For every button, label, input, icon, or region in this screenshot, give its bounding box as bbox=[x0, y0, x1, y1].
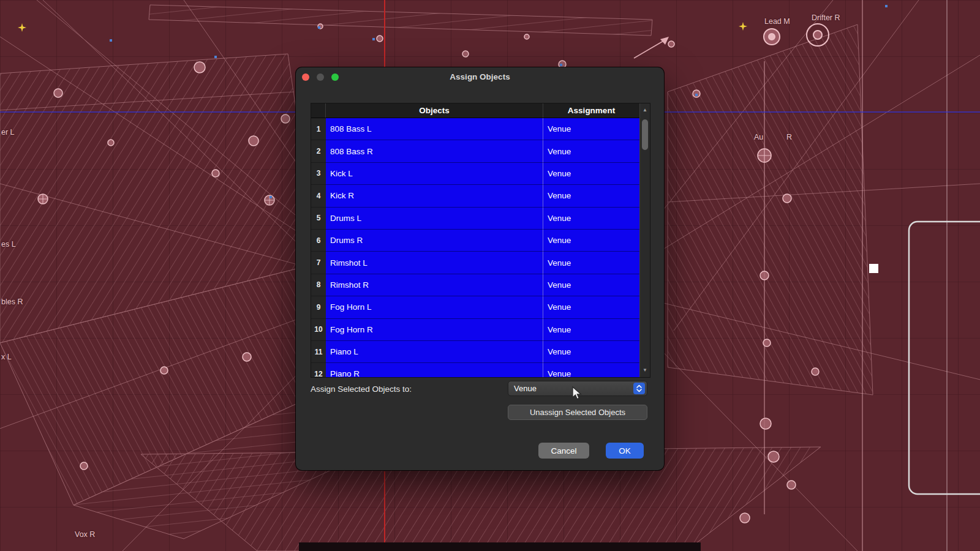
object-cell[interactable]: Rimshot R bbox=[326, 274, 543, 296]
row-number: 5 bbox=[311, 208, 326, 230]
assign-to-label: Assign Selected Objects to: bbox=[311, 384, 412, 394]
assignment-cell[interactable]: Venue bbox=[543, 341, 639, 363]
assignment-cell[interactable]: Venue bbox=[543, 363, 639, 377]
background-object-label: bles R bbox=[1, 298, 23, 306]
table-row[interactable]: 4Kick RVenue bbox=[311, 185, 639, 207]
table-row[interactable]: 9Fog Horn LVenue bbox=[311, 296, 639, 318]
assignment-cell[interactable]: Venue bbox=[543, 296, 639, 318]
ok-button[interactable]: OK bbox=[606, 443, 644, 459]
object-cell[interactable]: Piano L bbox=[326, 341, 543, 363]
background-object-label: R bbox=[786, 133, 792, 141]
object-cell[interactable]: 808 Bass L bbox=[326, 118, 543, 140]
background-object-label: x L bbox=[1, 353, 12, 361]
dialog-title: Assign Objects bbox=[296, 67, 664, 87]
scrollbar-down-icon[interactable]: ▼ bbox=[640, 367, 650, 373]
object-cell[interactable]: 808 Bass R bbox=[326, 140, 543, 162]
table-row[interactable]: 6Drums RVenue bbox=[311, 230, 639, 252]
assignment-column-header[interactable]: Assignment bbox=[543, 103, 639, 118]
row-number: 8 bbox=[311, 274, 326, 296]
scrollbar-thumb[interactable] bbox=[642, 119, 648, 150]
table-row[interactable]: 3Kick LVenue bbox=[311, 163, 639, 185]
assignment-cell[interactable]: Venue bbox=[543, 185, 639, 207]
object-cell[interactable]: Drums L bbox=[326, 208, 543, 230]
assignment-cell[interactable]: Venue bbox=[543, 252, 639, 274]
table-row[interactable]: 1808 Bass LVenue bbox=[311, 118, 639, 140]
mouse-cursor bbox=[570, 386, 584, 400]
object-cell[interactable]: Drums R bbox=[326, 230, 543, 252]
table-row[interactable]: 2808 Bass RVenue bbox=[311, 140, 639, 162]
assignment-cell[interactable]: Venue bbox=[543, 230, 639, 252]
assignment-cell[interactable]: Venue bbox=[543, 208, 639, 230]
table-row[interactable]: 5Drums LVenue bbox=[311, 208, 639, 230]
scrollbar-up-icon[interactable]: ▲ bbox=[640, 107, 650, 113]
assignment-cell[interactable]: Venue bbox=[543, 118, 639, 140]
table-scrollbar[interactable]: ▲ ▼ bbox=[639, 103, 650, 377]
unassign-button[interactable]: Unassign Selected Objects bbox=[508, 405, 647, 420]
background-object-label: Au bbox=[754, 133, 763, 141]
row-number: 2 bbox=[311, 140, 326, 162]
object-cell[interactable]: Fog Horn L bbox=[326, 296, 543, 318]
object-cell[interactable]: Kick R bbox=[326, 185, 543, 207]
row-number: 12 bbox=[311, 363, 326, 377]
background-object-label: Lead M bbox=[764, 17, 790, 26]
row-number-header bbox=[311, 103, 326, 118]
table-row[interactable]: 8Rimshot RVenue bbox=[311, 274, 639, 296]
row-number: 3 bbox=[311, 163, 326, 185]
object-cell[interactable]: Fog Horn R bbox=[326, 319, 543, 341]
row-number: 7 bbox=[311, 252, 326, 274]
object-cell[interactable]: Kick L bbox=[326, 163, 543, 185]
row-number: 10 bbox=[311, 319, 326, 341]
objects-table: Objects Assignment 1808 Bass LVenue2808 … bbox=[311, 103, 650, 378]
row-number: 11 bbox=[311, 341, 326, 363]
table-row[interactable]: 12Piano RVenue bbox=[311, 363, 639, 377]
assignment-cell[interactable]: Venue bbox=[543, 140, 639, 162]
background-object-label: Vox R bbox=[75, 530, 95, 539]
objects-table-body: 1808 Bass LVenue2808 Bass RVenue3Kick LV… bbox=[311, 118, 639, 377]
background-object-label: er L bbox=[1, 128, 15, 137]
dialog-titlebar[interactable]: Assign Objects bbox=[296, 67, 664, 87]
assignment-cell[interactable]: Venue bbox=[543, 274, 639, 296]
assignment-cell[interactable]: Venue bbox=[543, 319, 639, 341]
row-number: 9 bbox=[311, 296, 326, 318]
cancel-button[interactable]: Cancel bbox=[538, 443, 589, 459]
background-object-label: Drifter R bbox=[812, 13, 840, 22]
table-row[interactable]: 7Rimshot LVenue bbox=[311, 252, 639, 274]
assignment-cell[interactable]: Venue bbox=[543, 163, 639, 185]
row-number: 6 bbox=[311, 230, 326, 252]
row-number: 4 bbox=[311, 185, 326, 207]
table-header: Objects Assignment bbox=[311, 103, 650, 118]
objects-column-header[interactable]: Objects bbox=[326, 103, 543, 118]
object-cell[interactable]: Piano R bbox=[326, 363, 543, 377]
assign-objects-dialog: Assign Objects Objects Assignment 1808 B… bbox=[296, 67, 664, 470]
table-row[interactable]: 11Piano LVenue bbox=[311, 341, 639, 363]
dropdown-stepper-icon bbox=[633, 383, 645, 394]
object-cell[interactable]: Rimshot L bbox=[326, 252, 543, 274]
row-number: 1 bbox=[311, 118, 326, 140]
table-row[interactable]: 10Fog Horn RVenue bbox=[311, 319, 639, 341]
background-object-label: es L bbox=[1, 240, 16, 249]
